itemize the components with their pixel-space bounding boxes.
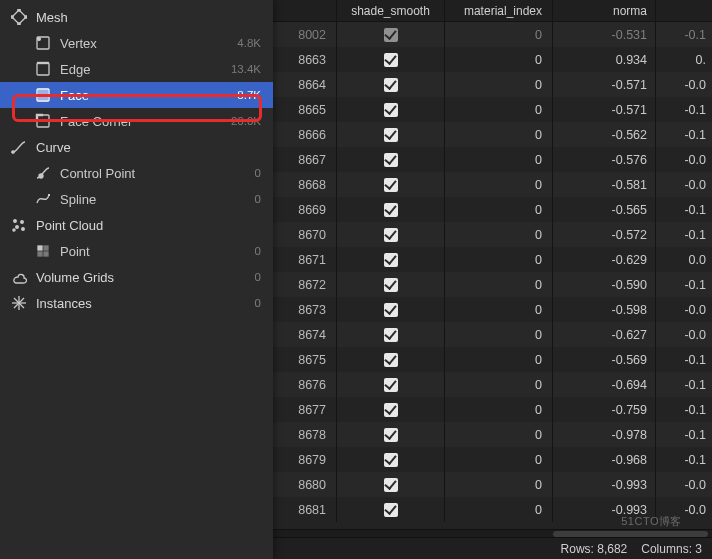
col-material-index-header[interactable]: material_index <box>445 0 553 21</box>
table-row[interactable]: 86650-0.571-0.1 <box>273 97 712 122</box>
table-row[interactable]: 86730-0.598-0.0 <box>273 297 712 322</box>
svg-point-14 <box>14 220 17 223</box>
checkbox-checked-icon <box>384 503 398 517</box>
domain-edge-label: Edge <box>60 62 90 77</box>
cell-index: 8670 <box>273 222 337 247</box>
status-columns: Columns: 3 <box>641 542 702 556</box>
table-row[interactable]: 86690-0.565-0.1 <box>273 197 712 222</box>
cell-index: 8664 <box>273 72 337 97</box>
table-row[interactable]: 86760-0.694-0.1 <box>273 372 712 397</box>
table-row[interactable]: 86670-0.576-0.0 <box>273 147 712 172</box>
table-row[interactable]: 86750-0.569-0.1 <box>273 347 712 372</box>
col-normal-header[interactable]: norma <box>553 0 656 21</box>
table-row[interactable]: 86770-0.759-0.1 <box>273 397 712 422</box>
checkbox-checked-icon <box>384 253 398 267</box>
cell-normal-x: -0.531 <box>553 22 656 47</box>
domain-face-corner-count: 26.0K <box>231 115 261 127</box>
svg-point-1 <box>18 9 20 11</box>
cell-material-index: 0 <box>445 297 553 322</box>
svg-rect-20 <box>44 246 48 250</box>
cell-material-index: 0 <box>445 147 553 172</box>
horizontal-scrollbar[interactable] <box>273 529 712 537</box>
domain-control-point-count: 0 <box>255 167 261 179</box>
face-icon <box>34 86 52 104</box>
col-normal-y-header[interactable] <box>656 0 712 21</box>
col-index-header[interactable] <box>273 0 337 21</box>
table-row[interactable]: 80020-0.531-0.1 <box>273 22 712 47</box>
domain-instances-label: Instances <box>36 296 92 311</box>
checkbox-checked-icon <box>384 478 398 492</box>
svg-point-3 <box>18 23 20 25</box>
table-row[interactable]: 86660-0.562-0.1 <box>273 122 712 147</box>
cell-material-index: 0 <box>445 272 553 297</box>
domain-edge-count: 13.4K <box>231 63 261 75</box>
domain-control-point[interactable]: Control Point 0 <box>0 160 273 186</box>
cell-shade-smooth <box>337 72 445 97</box>
table-row[interactable]: 86710-0.6290.0 <box>273 247 712 272</box>
horizontal-scrollbar-thumb[interactable] <box>553 531 708 537</box>
domain-mesh-label: Mesh <box>36 10 68 25</box>
domain-volume-grids[interactable]: Volume Grids 0 <box>0 264 273 290</box>
domain-control-point-label: Control Point <box>60 166 135 181</box>
table-row[interactable]: 86680-0.581-0.0 <box>273 172 712 197</box>
cell-material-index: 0 <box>445 347 553 372</box>
col-shade-smooth-header[interactable]: shade_smooth <box>337 0 445 21</box>
spline-icon <box>34 190 52 208</box>
domain-edge[interactable]: Edge 13.4K <box>0 56 273 82</box>
instances-icon <box>10 294 28 312</box>
cell-index: 8668 <box>273 172 337 197</box>
cell-material-index: 0 <box>445 497 553 522</box>
cell-shade-smooth <box>337 297 445 322</box>
cell-shade-smooth <box>337 422 445 447</box>
spreadsheet-body[interactable]: 80020-0.531-0.1866300.9340.86640-0.571-0… <box>273 22 712 529</box>
cell-shade-smooth <box>337 147 445 172</box>
table-row[interactable]: 86780-0.978-0.1 <box>273 422 712 447</box>
table-row[interactable]: 866300.9340. <box>273 47 712 72</box>
svg-rect-7 <box>37 63 49 75</box>
status-rows: Rows: 8,682 <box>561 542 628 556</box>
checkbox-checked-icon <box>384 78 398 92</box>
cell-normal-x: -0.565 <box>553 197 656 222</box>
mesh-icon <box>10 8 28 26</box>
table-row[interactable]: 86790-0.968-0.1 <box>273 447 712 472</box>
domain-spline[interactable]: Spline 0 <box>0 186 273 212</box>
table-row[interactable]: 86800-0.993-0.0 <box>273 472 712 497</box>
checkbox-checked-icon <box>384 53 398 67</box>
cell-normal-y: -0.1 <box>656 347 712 372</box>
checkbox-checked-icon <box>384 203 398 217</box>
cell-normal-y: 0.0 <box>656 247 712 272</box>
table-row[interactable]: 86810-0.993-0.0 <box>273 497 712 522</box>
cell-index: 8673 <box>273 297 337 322</box>
cell-index: 8671 <box>273 247 337 272</box>
cell-material-index: 0 <box>445 122 553 147</box>
domain-vertex[interactable]: Vertex 4.8K <box>0 30 273 56</box>
cell-index: 8663 <box>273 47 337 72</box>
table-row[interactable]: 86640-0.571-0.0 <box>273 72 712 97</box>
svg-point-2 <box>25 16 27 18</box>
cell-shade-smooth <box>337 347 445 372</box>
cell-normal-y: -0.1 <box>656 272 712 297</box>
domain-face-corner[interactable]: Face Corner 26.0K <box>0 108 273 134</box>
cell-normal-y: -0.1 <box>656 122 712 147</box>
cell-normal-x: -0.993 <box>553 472 656 497</box>
domain-pointcloud[interactable]: Point Cloud <box>0 212 273 238</box>
checkbox-checked-icon <box>384 103 398 117</box>
domain-instances[interactable]: Instances 0 <box>0 290 273 316</box>
cell-index: 8665 <box>273 97 337 122</box>
pointcloud-icon <box>10 216 28 234</box>
cell-index: 8669 <box>273 197 337 222</box>
domain-face[interactable]: Face 8.7K <box>0 82 273 108</box>
svg-point-15 <box>21 221 24 224</box>
domain-curve[interactable]: Curve <box>0 134 273 160</box>
domain-point[interactable]: Point 0 <box>0 238 273 264</box>
svg-point-12 <box>12 151 14 153</box>
svg-point-13 <box>39 174 43 178</box>
cell-normal-y: -0.1 <box>656 372 712 397</box>
cell-normal-y: -0.1 <box>656 22 712 47</box>
table-row[interactable]: 86720-0.590-0.1 <box>273 272 712 297</box>
domain-mesh[interactable]: Mesh <box>0 4 273 30</box>
table-row[interactable]: 86700-0.572-0.1 <box>273 222 712 247</box>
table-row[interactable]: 86740-0.627-0.0 <box>273 322 712 347</box>
cell-normal-x: -0.581 <box>553 172 656 197</box>
cell-normal-x: -0.576 <box>553 147 656 172</box>
